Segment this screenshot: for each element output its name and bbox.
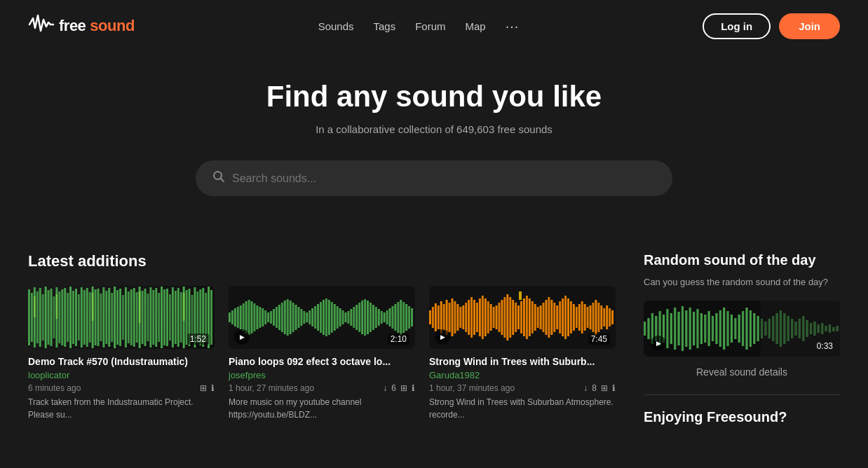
svg-rect-263 bbox=[768, 319, 771, 338]
svg-rect-16 bbox=[67, 293, 69, 342]
sound-card-1[interactable]: 1:52 Demo Track #570 (Industraumatic) lo… bbox=[28, 286, 215, 421]
svg-rect-21 bbox=[81, 287, 83, 347]
search-bar[interactable] bbox=[196, 160, 672, 196]
svg-rect-123 bbox=[364, 299, 366, 336]
svg-rect-136 bbox=[400, 300, 402, 335]
svg-rect-275 bbox=[813, 322, 815, 336]
svg-rect-105 bbox=[314, 306, 316, 329]
card-3-meta: 1 hour, 37 minutes ago ↓ 8 ⊞ ℹ bbox=[429, 383, 616, 393]
svg-rect-86 bbox=[262, 308, 264, 326]
svg-rect-193 bbox=[573, 304, 575, 331]
svg-rect-269 bbox=[791, 319, 793, 338]
svg-rect-133 bbox=[392, 306, 394, 329]
svg-rect-239 bbox=[757, 316, 759, 341]
svg-rect-69 bbox=[34, 296, 36, 317]
svg-rect-104 bbox=[311, 308, 313, 326]
sound-cards: 1:52 Demo Track #570 (Industraumatic) lo… bbox=[28, 286, 616, 421]
svg-rect-144 bbox=[438, 305, 440, 329]
svg-rect-100 bbox=[300, 309, 302, 326]
svg-rect-180 bbox=[537, 307, 539, 328]
svg-rect-200 bbox=[592, 303, 595, 332]
svg-rect-266 bbox=[780, 310, 782, 347]
join-button[interactable]: Join bbox=[779, 13, 840, 39]
svg-rect-15 bbox=[64, 288, 66, 347]
download-count: 6 bbox=[391, 383, 396, 393]
login-button[interactable]: Log in bbox=[703, 13, 771, 39]
main-nav: Sounds Tags Forum Map ··· bbox=[318, 18, 520, 34]
svg-rect-162 bbox=[487, 301, 489, 333]
svg-rect-222 bbox=[693, 312, 695, 345]
svg-rect-109 bbox=[325, 298, 327, 336]
header: freesound Sounds Tags Forum Map ··· Log … bbox=[0, 0, 868, 52]
svg-rect-191 bbox=[567, 298, 569, 336]
svg-rect-137 bbox=[402, 302, 405, 333]
svg-rect-19 bbox=[75, 289, 77, 346]
card-1-meta: 6 minutes ago ⊞ ℹ bbox=[28, 383, 215, 393]
reveal-link[interactable]: Reveal sound details bbox=[644, 366, 840, 378]
latest-additions: Latest additions bbox=[28, 252, 616, 425]
nav-more[interactable]: ··· bbox=[506, 18, 520, 34]
svg-rect-50 bbox=[161, 287, 163, 348]
svg-rect-10 bbox=[50, 289, 53, 346]
svg-rect-89 bbox=[270, 311, 272, 324]
svg-rect-235 bbox=[742, 311, 744, 346]
svg-rect-119 bbox=[353, 307, 355, 328]
svg-rect-183 bbox=[545, 300, 548, 335]
sidebar-divider bbox=[644, 394, 840, 395]
logo-icon bbox=[28, 11, 55, 41]
sound-card-3[interactable]: ▶ 7:45 Strong Wind in Trees with Suburb.… bbox=[429, 286, 616, 421]
svg-rect-38 bbox=[128, 291, 130, 343]
svg-rect-41 bbox=[136, 292, 138, 343]
waveform-2: ▶ 2:10 bbox=[229, 286, 415, 349]
nav-map[interactable]: Map bbox=[466, 20, 486, 32]
card-3-play[interactable]: ▶ bbox=[435, 329, 450, 345]
svg-rect-30 bbox=[105, 291, 107, 344]
random-duration: 0:33 bbox=[817, 341, 833, 351]
sound-card-2[interactable]: ▶ 2:10 Piano loops 092 efect 3 octave lo… bbox=[229, 286, 415, 421]
svg-rect-157 bbox=[473, 300, 475, 335]
svg-rect-151 bbox=[456, 304, 459, 331]
svg-rect-99 bbox=[298, 307, 300, 328]
svg-rect-134 bbox=[394, 304, 396, 331]
nav-forum[interactable]: Forum bbox=[415, 20, 445, 32]
logo[interactable]: freesound bbox=[28, 11, 135, 41]
logo-text-free: free bbox=[59, 17, 86, 35]
search-input[interactable] bbox=[232, 172, 656, 185]
card-2-description: More music on my youtube channel https:/… bbox=[229, 396, 415, 421]
random-play-button[interactable]: ▶ bbox=[651, 336, 666, 351]
svg-rect-97 bbox=[292, 303, 294, 332]
svg-rect-33 bbox=[114, 287, 116, 348]
svg-rect-49 bbox=[158, 293, 160, 342]
svg-rect-56 bbox=[177, 288, 179, 347]
nav-sounds[interactable]: Sounds bbox=[318, 20, 354, 32]
svg-rect-29 bbox=[102, 287, 104, 347]
svg-rect-76 bbox=[234, 308, 236, 326]
svg-rect-219 bbox=[681, 306, 684, 351]
svg-rect-186 bbox=[553, 303, 555, 332]
svg-rect-43 bbox=[142, 291, 144, 344]
svg-rect-187 bbox=[556, 305, 558, 329]
svg-rect-152 bbox=[459, 307, 461, 328]
svg-rect-81 bbox=[248, 300, 250, 335]
card-3-icons: ↓ 8 ⊞ ℹ bbox=[583, 383, 616, 393]
svg-rect-91 bbox=[276, 307, 278, 328]
svg-rect-160 bbox=[482, 296, 484, 339]
card-3-author[interactable]: Garuda1982 bbox=[429, 370, 616, 380]
card-1-author[interactable]: looplicator bbox=[28, 370, 215, 380]
svg-rect-232 bbox=[731, 315, 733, 343]
hero-subtitle: In a collaborative collection of 649,603… bbox=[14, 123, 854, 135]
svg-rect-142 bbox=[432, 307, 434, 328]
svg-rect-218 bbox=[677, 312, 679, 345]
svg-rect-98 bbox=[295, 305, 297, 330]
svg-rect-155 bbox=[468, 300, 470, 335]
svg-rect-164 bbox=[493, 307, 495, 328]
svg-rect-181 bbox=[540, 305, 542, 329]
card-2-author[interactable]: josefpres bbox=[229, 370, 415, 380]
nav-tags[interactable]: Tags bbox=[374, 20, 396, 32]
stack-icon-2: ⊞ bbox=[400, 383, 407, 393]
svg-rect-208 bbox=[519, 291, 522, 300]
card-2-play[interactable]: ▶ bbox=[234, 329, 250, 345]
info-icon-3: ℹ bbox=[612, 383, 616, 393]
waveform-3: ▶ 7:45 bbox=[429, 286, 616, 349]
card-2-icons: ↓ 6 ⊞ ℹ bbox=[383, 383, 415, 393]
